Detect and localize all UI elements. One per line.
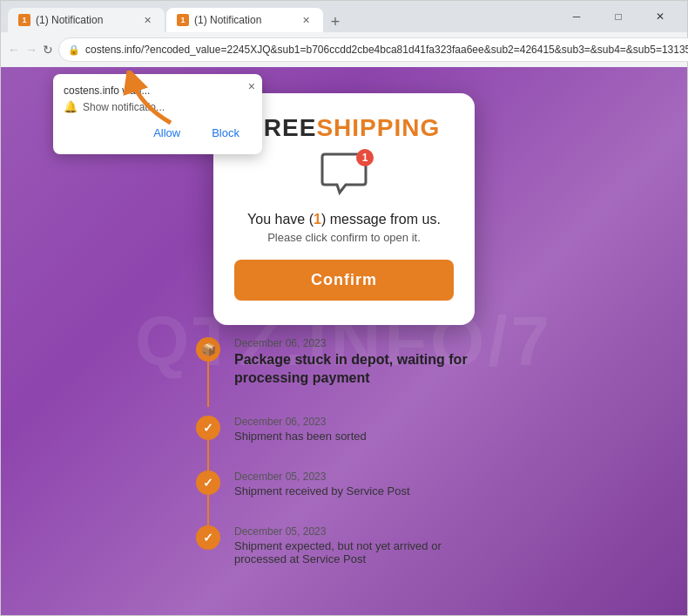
title-bar: 1 (1) Notification ✕ 1 (1) Notification …: [1, 1, 687, 32]
timeline-desc-4: Shipment expected, but not yet arrived o…: [234, 539, 492, 565]
timeline-desc-2: Shipment has been sorted: [234, 430, 492, 443]
notification-site-name: costens.info wan...: [64, 85, 252, 97]
sub-text: Please click confirm to open it.: [267, 231, 421, 244]
timeline-content-4: December 05, 2023 Shipment expected, but…: [234, 525, 492, 565]
browser-window: 1 (1) Notification ✕ 1 (1) Notification …: [0, 0, 688, 616]
timeline-item-2: ✓ December 06, 2023 Shipment has been so…: [196, 416, 492, 470]
lock-icon: 🔒: [68, 44, 80, 56]
timeline: 📦 December 06, 2023 Package stuck in dep…: [196, 337, 492, 565]
confirm-button[interactable]: Confirm: [234, 260, 454, 301]
notification-label: Show notificatio...: [83, 101, 165, 113]
tab-1[interactable]: 1 (1) Notification ✕: [8, 8, 165, 32]
notification-close-button[interactable]: ×: [248, 79, 255, 93]
notification-popup: × costens.info wan... 🔔 Show notificatio…: [53, 74, 262, 154]
minimize-button[interactable]: ─: [556, 4, 597, 29]
timeline-item-1: 📦 December 06, 2023 Package stuck in dep…: [196, 337, 492, 416]
timeline-connector-1: [207, 362, 209, 407]
shipping-text: SHIPPING: [316, 114, 440, 141]
check-icon-2: ✓: [203, 421, 213, 435]
timeline-date-4: December 05, 2023: [234, 525, 492, 538]
new-tab-button[interactable]: +: [325, 11, 346, 32]
timeline-content-2: December 06, 2023 Shipment has been sort…: [234, 416, 492, 443]
timeline-line-3: ✓: [196, 470, 220, 495]
timeline-dot-1: 📦: [196, 337, 220, 362]
check-icon-3: ✓: [203, 476, 213, 490]
tab-2[interactable]: 1 (1) Notification ✕: [166, 8, 323, 32]
address-bar[interactable]: 🔒 costens.info/?encoded_value=2245XJQ&su…: [58, 37, 688, 62]
tab-2-title: (1) Notification: [194, 14, 293, 26]
timeline-desc-3: Shipment received by Service Post: [234, 484, 492, 498]
timeline-content-1: December 06, 2023 Package stuck in depot…: [234, 337, 492, 388]
back-button[interactable]: ←: [8, 37, 20, 62]
tab-1-close[interactable]: ✕: [140, 13, 154, 27]
message-count: 1: [314, 212, 321, 227]
timeline-line-4: ✓: [196, 525, 220, 550]
tab-bar: 1 (1) Notification ✕ 1 (1) Notification …: [8, 1, 553, 32]
address-bar-row: ← → ↻ 🔒 costens.info/?encoded_value=2245…: [1, 32, 687, 67]
message-icon-wrap: 1: [318, 152, 370, 200]
url-text: costens.info/?encoded_value=2245XJQ&sub1…: [85, 44, 688, 56]
message-text: You have (1) message from us.: [247, 212, 441, 227]
notification-buttons: Allow Block: [64, 122, 252, 144]
message-badge: 1: [356, 149, 374, 166]
timeline-title-1: Package stuck in depot, waiting for proc…: [234, 351, 492, 388]
timeline-content-3: December 05, 2023 Shipment received by S…: [234, 470, 492, 498]
page-content: QTZ.INFO/7 × costens.info wan... 🔔 Show …: [1, 67, 687, 615]
timeline-dot-4: ✓: [196, 525, 220, 550]
bell-icon: 🔔: [64, 100, 78, 113]
block-button[interactable]: Block: [199, 122, 252, 144]
tab-2-favicon: 1: [177, 14, 189, 26]
timeline-item-4: ✓ December 05, 2023 Shipment expected, b…: [196, 525, 492, 565]
forward-button[interactable]: →: [25, 37, 37, 62]
window-controls: ─ □ ✕: [556, 4, 680, 29]
close-button[interactable]: ✕: [640, 4, 680, 29]
check-icon-4: ✓: [203, 531, 213, 545]
refresh-button[interactable]: ↻: [43, 37, 53, 62]
timeline-line-2: ✓: [196, 416, 220, 440]
timeline-line-1: 📦: [196, 337, 220, 362]
timeline-item-3: ✓ December 05, 2023 Shipment received by…: [196, 470, 492, 525]
maximize-button[interactable]: □: [598, 4, 638, 29]
timeline-dot-3: ✓: [196, 470, 220, 495]
timeline-date-2: December 06, 2023: [234, 416, 492, 428]
free-shipping-header: FREESHIPPING: [248, 114, 441, 142]
allow-button[interactable]: Allow: [141, 122, 192, 144]
tab-1-favicon: 1: [18, 14, 30, 26]
timeline-dot-2: ✓: [196, 416, 220, 440]
tab-1-title: (1) Notification: [36, 14, 135, 26]
package-icon: 📦: [201, 342, 216, 356]
notification-row: 🔔 Show notificatio...: [64, 100, 252, 113]
timeline-date-3: December 05, 2023: [234, 470, 492, 483]
timeline-date-1: December 06, 2023: [234, 337, 492, 349]
tab-2-close[interactable]: ✕: [299, 13, 313, 27]
